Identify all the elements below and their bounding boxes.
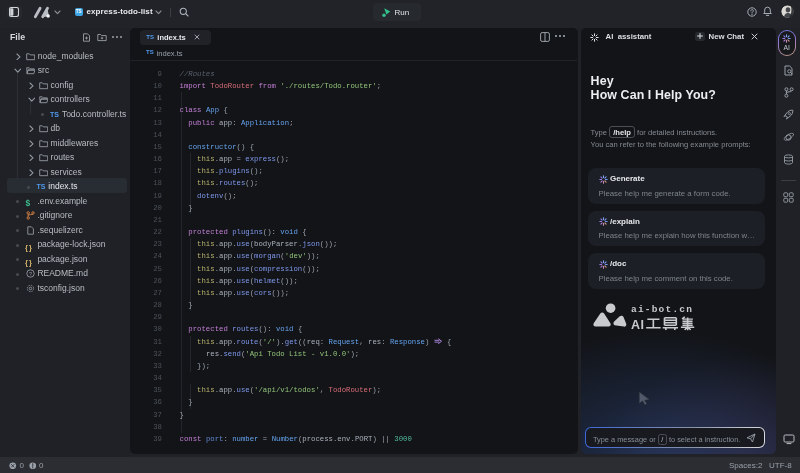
svg-text:?: ? xyxy=(28,271,31,277)
